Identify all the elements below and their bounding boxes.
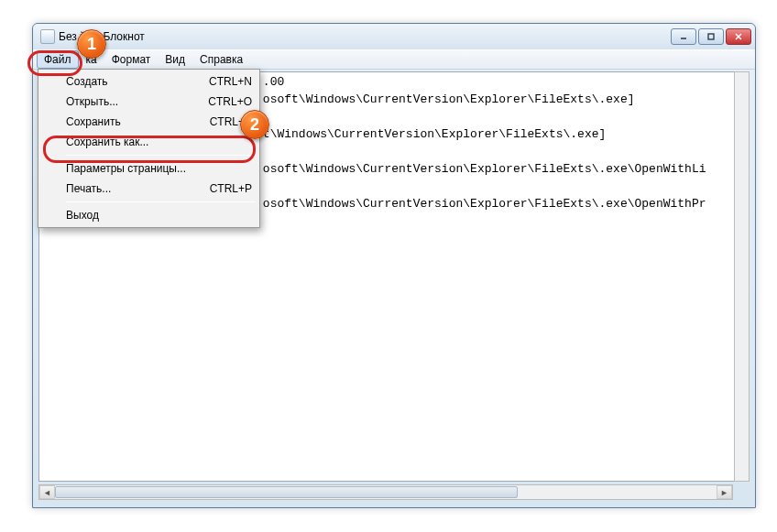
menu-label: Выход: [66, 209, 252, 222]
titlebar[interactable]: Без й — Блокнот: [33, 24, 755, 49]
annotation-badge-2: 2: [240, 110, 269, 139]
menu-help[interactable]: Справка: [192, 50, 250, 69]
menu-item-save-as[interactable]: Сохранить как...: [40, 132, 257, 152]
maximize-icon: [706, 32, 716, 41]
minimize-icon: [679, 32, 688, 41]
menu-view[interactable]: Вид: [158, 50, 192, 69]
close-icon: [734, 32, 743, 41]
menu-item-save[interactable]: Сохранить CTRL+S: [40, 112, 257, 132]
menu-label: Создать: [66, 75, 209, 88]
menu-shortcut: CTRL+N: [209, 75, 252, 88]
menu-shortcut: CTRL+O: [208, 95, 252, 108]
menu-item-open[interactable]: Открыть... CTRL+O: [40, 92, 257, 112]
menu-shortcut: CTRL+P: [210, 182, 252, 195]
annotation-badge-1: 1: [77, 29, 106, 59]
maximize-button[interactable]: [698, 28, 724, 45]
file-menu-dropdown: Создать CTRL+N Открыть... CTRL+O Сохрани…: [38, 69, 260, 228]
menu-item-exit[interactable]: Выход: [40, 205, 257, 225]
menu-label: Сохранить: [66, 115, 210, 128]
menu-label: Открыть...: [66, 95, 208, 108]
window-controls: [671, 28, 751, 45]
menu-format[interactable]: Формат: [104, 50, 159, 69]
menu-separator: [66, 155, 256, 156]
horizontal-scrollbar[interactable]: ◄ ►: [38, 484, 733, 500]
scroll-thumb[interactable]: [55, 486, 518, 498]
scroll-left-arrow-icon[interactable]: ◄: [39, 485, 55, 499]
window-title: Без й — Блокнот: [59, 30, 671, 43]
menubar: Файл ка Формат Вид Справка: [33, 49, 755, 70]
menu-item-new[interactable]: Создать CTRL+N: [40, 71, 257, 92]
menu-label: Печать...: [66, 182, 210, 195]
vertical-scrollbar[interactable]: [734, 71, 750, 482]
scroll-right-arrow-icon[interactable]: ►: [717, 485, 732, 499]
menu-separator: [66, 201, 256, 202]
scroll-track[interactable]: [55, 485, 717, 499]
menu-file[interactable]: Файл: [37, 50, 79, 69]
notepad-icon: [40, 29, 55, 44]
menu-item-print[interactable]: Печать... CTRL+P: [40, 179, 257, 199]
close-button[interactable]: [726, 28, 751, 45]
menu-item-page-setup[interactable]: Параметры страницы...: [40, 158, 257, 179]
svg-rect-1: [708, 34, 714, 39]
menu-label: Сохранить как...: [66, 136, 252, 148]
minimize-button[interactable]: [671, 28, 696, 45]
menu-label: Параметры страницы...: [66, 162, 252, 175]
